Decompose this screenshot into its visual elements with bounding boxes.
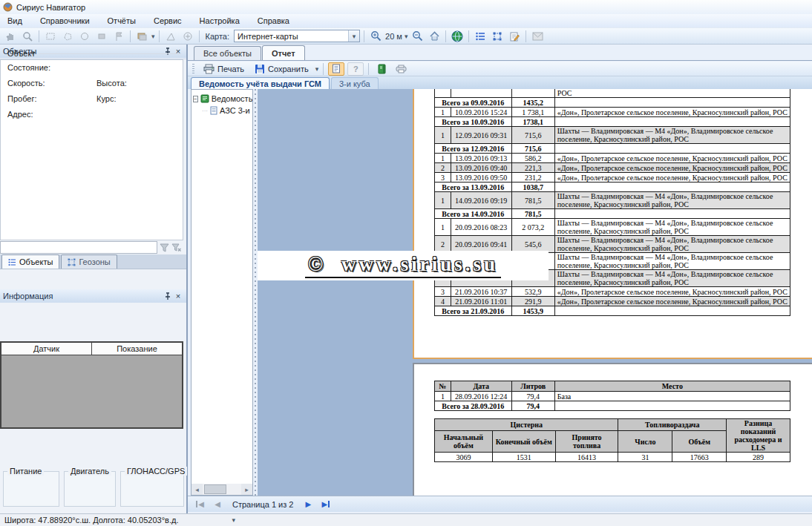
menu-item[interactable]: Справочники xyxy=(40,16,90,25)
zoom-window-icon[interactable] xyxy=(20,30,35,43)
object-list-icon[interactable] xyxy=(473,30,488,43)
zoom-out-icon[interactable] xyxy=(410,30,425,43)
next-page-button[interactable]: ▶ xyxy=(301,498,315,511)
close-icon[interactable]: × xyxy=(173,46,183,56)
print-button[interactable]: Печать xyxy=(200,62,248,76)
gps-label: ГЛОНАСС/GPS xyxy=(125,467,187,476)
scrollbar-thumb[interactable] xyxy=(204,484,226,494)
close-icon[interactable]: × xyxy=(173,291,183,301)
status-bar: Широта: 47.88920°с.ш. Долгота: 40.05203°… xyxy=(0,513,812,526)
save-options-caret-icon[interactable]: ▾ xyxy=(315,65,319,73)
page-setup-button[interactable] xyxy=(393,62,409,76)
date-cell: 14.09.2016 09:19 xyxy=(451,192,511,209)
tab-all-objects[interactable]: Все объекты xyxy=(194,46,261,60)
place-cell xyxy=(554,306,790,316)
measure-distance-icon[interactable] xyxy=(180,30,195,43)
book-icon xyxy=(200,94,209,103)
track-flag-icon[interactable] xyxy=(111,30,126,43)
globe-icon[interactable] xyxy=(450,30,465,43)
place-cell: Шахты — Владимировская — М4 «Дон», Влади… xyxy=(554,236,790,253)
save-label: Сохранить xyxy=(268,65,309,73)
tree-horizontal-scrollbar[interactable]: ◂ ▸ xyxy=(191,484,252,495)
help-button[interactable]: ? xyxy=(347,62,364,76)
liters-cell: 1 738,1 xyxy=(511,108,554,117)
menu-item[interactable]: Настройка xyxy=(200,16,240,25)
first-page-button[interactable]: ◀ xyxy=(192,498,207,511)
total-label-cell: Всего за 09.09.2016 xyxy=(435,98,512,108)
tree-splitter[interactable] xyxy=(254,89,257,496)
map-label: Карта: xyxy=(206,32,230,41)
total-label-cell: Всего за 14.09.2016 xyxy=(435,209,512,219)
tab-report[interactable]: Отчет xyxy=(262,45,305,60)
num-cell: 3 xyxy=(435,287,451,297)
select-rect-icon[interactable] xyxy=(43,30,58,43)
pin-icon[interactable] xyxy=(163,46,173,56)
dispense-group-header: Топливораздача xyxy=(618,419,727,431)
select-polygon-icon[interactable] xyxy=(60,30,75,43)
toolbar-grip[interactable] xyxy=(192,64,194,74)
liters-cell: 79,4 xyxy=(511,392,554,401)
zoom-in-icon[interactable] xyxy=(368,30,383,43)
save-button[interactable]: Сохранить xyxy=(251,62,312,76)
tree-collapse-icon[interactable]: − xyxy=(193,96,198,102)
menu-item[interactable]: Отчёты xyxy=(108,16,136,25)
tab-objects[interactable]: Объекты xyxy=(1,254,59,269)
engine-label: Двигатель xyxy=(68,467,111,476)
info-panel-header: Информация × xyxy=(0,289,186,303)
table-row: 120.09.2016 08:232 073,2Шахты — Владимир… xyxy=(435,219,790,236)
tree-node-root[interactable]: − Ведомость xyxy=(191,93,252,105)
prev-page-button[interactable]: ◀ xyxy=(210,498,225,511)
geozone-icon[interactable] xyxy=(490,30,505,43)
menu-item[interactable]: Сервис xyxy=(154,16,182,25)
select-circle-icon[interactable] xyxy=(77,30,92,43)
move-object-icon[interactable] xyxy=(94,30,109,43)
edit-note-icon[interactable] xyxy=(507,30,522,43)
table-row: 112.09.2016 09:31715,6Шахты — Владимиров… xyxy=(435,127,790,144)
home-icon[interactable] xyxy=(427,30,442,43)
total-liters-cell: 781,5 xyxy=(511,209,554,219)
map-source-select[interactable]: Интернет-карты ▾ xyxy=(234,30,360,42)
gps-groupbox: ГЛОНАСС/GPS xyxy=(120,471,184,507)
filter-input[interactable] xyxy=(0,241,157,254)
date-cell: 20.09.2016 08:23 xyxy=(451,219,511,236)
num-cell: 4 xyxy=(435,297,451,306)
tab-vedomost[interactable]: Ведомость учёта выдачи ГСМ xyxy=(191,77,330,89)
table-row: 113.09.2016 09:13586,2«Дон», Пролетарско… xyxy=(435,154,790,163)
map-source-caret-icon[interactable]: ▾ xyxy=(348,30,359,42)
place-cell: РОС xyxy=(554,89,790,98)
book-view-button[interactable] xyxy=(373,62,390,76)
num-cell: 1 xyxy=(435,192,451,209)
scroll-left-icon[interactable]: ◂ xyxy=(191,484,203,495)
layers-caret-icon[interactable]: ▾ xyxy=(151,33,155,40)
total-label-cell: Всего за 13.09.2016 xyxy=(435,183,512,192)
place-cell: «Дон», Пролетарское сельское поселение, … xyxy=(554,297,790,306)
sensor-table-header: Датчик Показание xyxy=(1,343,182,355)
place-cell: Шахты — Владимировская — М4 «Дон», Влади… xyxy=(554,127,790,144)
menu-item[interactable]: Справка xyxy=(258,16,289,25)
status-caret-icon[interactable]: ▾ xyxy=(232,516,235,524)
fuel-issue-table-page2: № Дата Литров Место 128.09.2016 12:2479,… xyxy=(434,381,790,411)
place-cell: «Дон», Пролетарское сельское поселение, … xyxy=(554,108,790,117)
pin-icon[interactable] xyxy=(163,291,173,301)
mail-icon[interactable] xyxy=(530,30,545,43)
tree-node-child[interactable]: ··· АЗС 3-и xyxy=(202,105,252,116)
layers-icon[interactable] xyxy=(134,30,149,43)
filter-icon[interactable] xyxy=(160,243,169,252)
report-tab-label: Отчет xyxy=(272,49,295,58)
total-liters-cell: 1038,7 xyxy=(511,183,554,192)
last-page-button[interactable]: ▶ xyxy=(318,498,333,511)
measure-angle-icon[interactable] xyxy=(163,30,178,43)
clear-filter-icon[interactable] xyxy=(171,243,181,252)
pan-hand-icon[interactable] xyxy=(3,30,18,43)
tab-geozones[interactable]: Геозоны xyxy=(61,254,117,269)
zoom-scale-caret-icon[interactable]: ▾ xyxy=(405,33,408,40)
report-toolbar: Печать Сохранить ▾ ? xyxy=(188,62,812,76)
save-icon xyxy=(255,64,265,74)
single-page-view-button[interactable] xyxy=(328,62,344,76)
tab-3i-kuba[interactable]: 3-и куба xyxy=(331,77,379,89)
total-liters-cell: 1738,1 xyxy=(511,117,554,127)
menu-item[interactable]: Вид xyxy=(7,16,22,25)
scroll-right-icon[interactable]: ▸ xyxy=(241,484,252,495)
total-label-cell: Всего за 21.09.2016 xyxy=(435,306,512,316)
table-row: Всего за 21.09.20161453,9 xyxy=(435,306,790,316)
